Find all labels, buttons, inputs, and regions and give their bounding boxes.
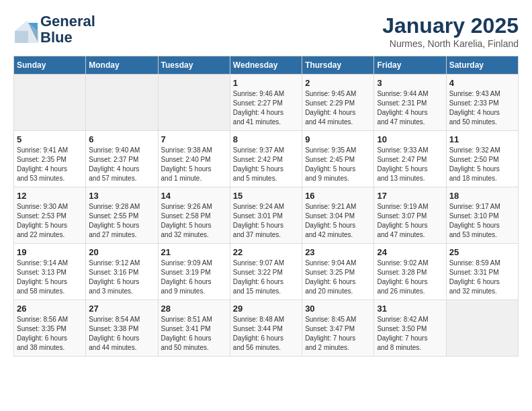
- calendar-cell: 27Sunrise: 8:54 AM Sunset: 3:38 PM Dayli…: [86, 300, 158, 357]
- calendar-cell: 5Sunrise: 9:41 AM Sunset: 2:35 PM Daylig…: [14, 131, 86, 187]
- cell-details: Sunrise: 8:51 AM Sunset: 3:41 PM Dayligh…: [161, 315, 227, 353]
- day-number: 28: [161, 304, 227, 314]
- logo-text: General Blue: [40, 13, 95, 46]
- day-number: 25: [449, 247, 515, 257]
- cell-details: Sunrise: 8:42 AM Sunset: 3:50 PM Dayligh…: [377, 315, 443, 353]
- calendar-cell: 21Sunrise: 9:09 AM Sunset: 3:19 PM Dayli…: [158, 244, 230, 300]
- day-number: 17: [377, 191, 443, 201]
- logo: General Blue: [13, 13, 95, 46]
- day-number: 16: [305, 191, 371, 201]
- calendar-cell: 8Sunrise: 9:37 AM Sunset: 2:42 PM Daylig…: [230, 131, 302, 187]
- cell-details: Sunrise: 9:04 AM Sunset: 3:25 PM Dayligh…: [305, 259, 371, 296]
- cell-details: Sunrise: 9:14 AM Sunset: 3:13 PM Dayligh…: [17, 259, 83, 296]
- day-number: 12: [17, 191, 83, 201]
- calendar-cell: 30Sunrise: 8:45 AM Sunset: 3:47 PM Dayli…: [302, 300, 374, 357]
- page-subtitle: Nurmes, North Karelia, Finland: [382, 38, 519, 49]
- calendar-cell: [446, 300, 518, 357]
- day-number: 31: [377, 304, 443, 314]
- cell-details: Sunrise: 9:02 AM Sunset: 3:28 PM Dayligh…: [377, 259, 443, 296]
- calendar-cell: 31Sunrise: 8:42 AM Sunset: 3:50 PM Dayli…: [374, 300, 446, 357]
- calendar-cell: 28Sunrise: 8:51 AM Sunset: 3:41 PM Dayli…: [158, 300, 230, 357]
- day-number: 18: [449, 191, 515, 201]
- day-number: 5: [17, 134, 83, 144]
- cell-details: Sunrise: 8:59 AM Sunset: 3:31 PM Dayligh…: [449, 259, 515, 296]
- day-number: 29: [233, 304, 299, 314]
- calendar-cell: [86, 75, 158, 131]
- day-number: 3: [377, 78, 443, 88]
- weekday-thursday: Thursday: [302, 56, 374, 75]
- cell-details: Sunrise: 8:54 AM Sunset: 3:38 PM Dayligh…: [89, 315, 154, 353]
- cell-details: Sunrise: 9:26 AM Sunset: 2:58 PM Dayligh…: [161, 202, 227, 240]
- cell-details: Sunrise: 9:37 AM Sunset: 2:42 PM Dayligh…: [233, 146, 299, 183]
- calendar-cell: 19Sunrise: 9:14 AM Sunset: 3:13 PM Dayli…: [14, 244, 86, 300]
- cell-details: Sunrise: 9:38 AM Sunset: 2:40 PM Dayligh…: [161, 146, 227, 183]
- weekday-monday: Monday: [86, 56, 158, 75]
- day-number: 6: [89, 134, 154, 144]
- week-row-1: 1Sunrise: 9:46 AM Sunset: 2:27 PM Daylig…: [14, 75, 519, 131]
- cell-details: Sunrise: 8:48 AM Sunset: 3:44 PM Dayligh…: [233, 315, 299, 353]
- day-number: 13: [89, 191, 154, 201]
- day-number: 20: [89, 247, 154, 257]
- cell-details: Sunrise: 9:09 AM Sunset: 3:19 PM Dayligh…: [161, 259, 227, 296]
- day-number: 7: [161, 134, 227, 144]
- day-number: 23: [305, 247, 371, 257]
- calendar-cell: 15Sunrise: 9:24 AM Sunset: 3:01 PM Dayli…: [230, 187, 302, 244]
- logo-icon: [13, 17, 38, 42]
- cell-details: Sunrise: 9:33 AM Sunset: 2:47 PM Dayligh…: [377, 146, 443, 183]
- day-number: 30: [305, 304, 371, 314]
- calendar-cell: 10Sunrise: 9:33 AM Sunset: 2:47 PM Dayli…: [374, 131, 446, 187]
- cell-details: Sunrise: 9:32 AM Sunset: 2:50 PM Dayligh…: [449, 146, 515, 183]
- week-row-2: 5Sunrise: 9:41 AM Sunset: 2:35 PM Daylig…: [14, 131, 519, 187]
- cell-details: Sunrise: 9:35 AM Sunset: 2:45 PM Dayligh…: [305, 146, 371, 183]
- calendar-cell: 17Sunrise: 9:19 AM Sunset: 3:07 PM Dayli…: [374, 187, 446, 244]
- calendar-cell: 12Sunrise: 9:30 AM Sunset: 2:53 PM Dayli…: [14, 187, 86, 244]
- day-number: 15: [233, 191, 299, 201]
- calendar-cell: 18Sunrise: 9:17 AM Sunset: 3:10 PM Dayli…: [446, 187, 518, 244]
- calendar-cell: 29Sunrise: 8:48 AM Sunset: 3:44 PM Dayli…: [230, 300, 302, 357]
- day-number: 21: [161, 247, 227, 257]
- calendar-cell: 22Sunrise: 9:07 AM Sunset: 3:22 PM Dayli…: [230, 244, 302, 300]
- cell-details: Sunrise: 9:07 AM Sunset: 3:22 PM Dayligh…: [233, 259, 299, 296]
- calendar-cell: 24Sunrise: 9:02 AM Sunset: 3:28 PM Dayli…: [374, 244, 446, 300]
- calendar-cell: 16Sunrise: 9:21 AM Sunset: 3:04 PM Dayli…: [302, 187, 374, 244]
- cell-details: Sunrise: 8:56 AM Sunset: 3:35 PM Dayligh…: [17, 315, 83, 353]
- calendar-cell: 6Sunrise: 9:40 AM Sunset: 2:37 PM Daylig…: [86, 131, 158, 187]
- calendar-cell: [14, 75, 86, 131]
- cell-details: Sunrise: 9:44 AM Sunset: 2:31 PM Dayligh…: [377, 89, 443, 127]
- cell-details: Sunrise: 9:24 AM Sunset: 3:01 PM Dayligh…: [233, 202, 299, 240]
- day-number: 19: [17, 247, 83, 257]
- day-number: 11: [449, 134, 515, 144]
- cell-details: Sunrise: 9:19 AM Sunset: 3:07 PM Dayligh…: [377, 202, 443, 240]
- weekday-sunday: Sunday: [14, 56, 86, 75]
- calendar-cell: 20Sunrise: 9:12 AM Sunset: 3:16 PM Dayli…: [86, 244, 158, 300]
- title-block: January 2025 Nurmes, North Karelia, Finl…: [382, 13, 519, 49]
- calendar-table: SundayMondayTuesdayWednesdayThursdayFrid…: [13, 56, 519, 357]
- day-number: 22: [233, 247, 299, 257]
- week-row-4: 19Sunrise: 9:14 AM Sunset: 3:13 PM Dayli…: [14, 244, 519, 300]
- cell-details: Sunrise: 9:28 AM Sunset: 2:55 PM Dayligh…: [89, 202, 154, 240]
- day-number: 4: [449, 78, 515, 88]
- calendar-cell: 25Sunrise: 8:59 AM Sunset: 3:31 PM Dayli…: [446, 244, 518, 300]
- weekday-friday: Friday: [374, 56, 446, 75]
- day-number: 27: [89, 304, 154, 314]
- calendar-cell: 11Sunrise: 9:32 AM Sunset: 2:50 PM Dayli…: [446, 131, 518, 187]
- calendar-cell: 23Sunrise: 9:04 AM Sunset: 3:25 PM Dayli…: [302, 244, 374, 300]
- calendar-cell: 26Sunrise: 8:56 AM Sunset: 3:35 PM Dayli…: [14, 300, 86, 357]
- weekday-tuesday: Tuesday: [158, 56, 230, 75]
- week-row-5: 26Sunrise: 8:56 AM Sunset: 3:35 PM Dayli…: [14, 300, 519, 357]
- calendar-cell: 2Sunrise: 9:45 AM Sunset: 2:29 PM Daylig…: [302, 75, 374, 131]
- day-number: 24: [377, 247, 443, 257]
- day-number: 10: [377, 134, 443, 144]
- day-number: 8: [233, 134, 299, 144]
- cell-details: Sunrise: 9:17 AM Sunset: 3:10 PM Dayligh…: [449, 202, 515, 240]
- calendar-cell: 1Sunrise: 9:46 AM Sunset: 2:27 PM Daylig…: [230, 75, 302, 131]
- cell-details: Sunrise: 9:45 AM Sunset: 2:29 PM Dayligh…: [305, 89, 371, 127]
- cell-details: Sunrise: 9:43 AM Sunset: 2:33 PM Dayligh…: [449, 89, 515, 127]
- page-header: General Blue January 2025 Nurmes, North …: [13, 13, 519, 49]
- cell-details: Sunrise: 9:21 AM Sunset: 3:04 PM Dayligh…: [305, 202, 371, 240]
- page-title: January 2025: [382, 13, 519, 38]
- svg-rect-4: [15, 31, 28, 43]
- day-number: 1: [233, 78, 299, 88]
- calendar-cell: 3Sunrise: 9:44 AM Sunset: 2:31 PM Daylig…: [374, 75, 446, 131]
- cell-details: Sunrise: 8:45 AM Sunset: 3:47 PM Dayligh…: [305, 315, 371, 353]
